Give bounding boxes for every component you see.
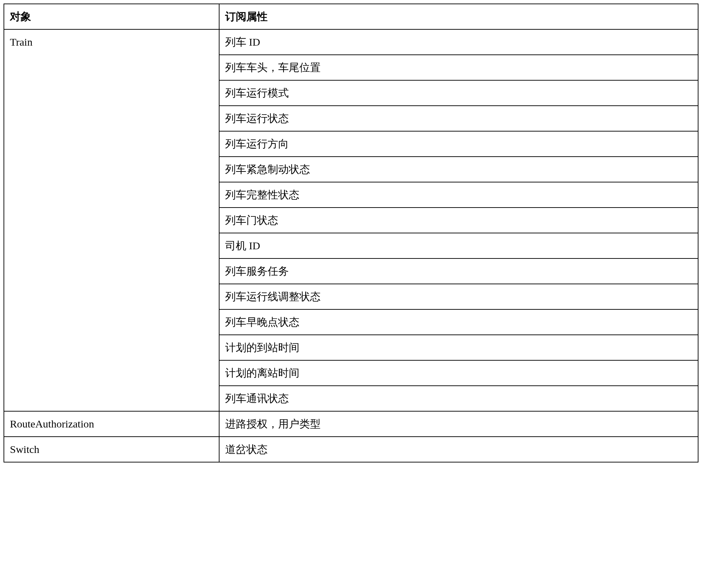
cell-attribute: 列车门状态 (219, 208, 698, 233)
cell-attribute: 进路授权，用户类型 (219, 411, 698, 437)
cell-attribute: 列车运行方向 (219, 131, 698, 157)
cell-attribute: 计划的到站时间 (219, 335, 698, 360)
table-row: RouteAuthorization 进路授权，用户类型 (4, 411, 698, 437)
table-row: Train 列车 ID (4, 29, 698, 55)
table-row: Switch 道岔状态 (4, 437, 698, 462)
cell-attribute: 列车车头，车尾位置 (219, 55, 698, 80)
cell-object-routeauthorization: RouteAuthorization (4, 411, 219, 437)
cell-attribute: 列车早晚点状态 (219, 309, 698, 335)
cell-attribute: 列车运行线调整状态 (219, 284, 698, 309)
cell-attribute: 列车通讯状态 (219, 386, 698, 411)
cell-object-switch: Switch (4, 437, 219, 462)
cell-attribute: 列车紧急制动状态 (219, 157, 698, 182)
cell-attribute: 道岔状态 (219, 437, 698, 462)
cell-attribute: 列车服务任务 (219, 258, 698, 284)
cell-attribute: 计划的离站时间 (219, 360, 698, 386)
cell-attribute: 司机 ID (219, 233, 698, 258)
table-container: 对象 订阅属性 Train 列车 ID 列车车头，车尾位置 列车运行模式 列车运… (4, 4, 698, 462)
table-header-row: 对象 订阅属性 (4, 4, 698, 29)
cell-attribute: 列车运行模式 (219, 80, 698, 106)
cell-attribute: 列车完整性状态 (219, 182, 698, 208)
cell-attribute: 列车 ID (219, 29, 698, 55)
header-attribute: 订阅属性 (219, 4, 698, 29)
header-object: 对象 (4, 4, 219, 29)
object-attribute-table: 对象 订阅属性 Train 列车 ID 列车车头，车尾位置 列车运行模式 列车运… (4, 4, 698, 462)
cell-object-train: Train (4, 29, 219, 411)
cell-attribute: 列车运行状态 (219, 106, 698, 131)
